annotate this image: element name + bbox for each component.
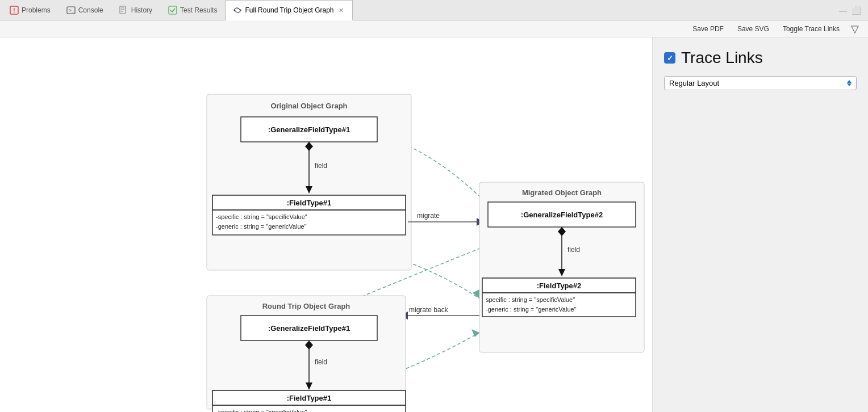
svg-text:specific : string = "specificV: specific : string = "specificValue"	[486, 296, 575, 303]
window-controls: — ⬜	[839, 0, 866, 20]
svg-text::FieldType#1: :FieldType#1	[287, 394, 332, 402]
tab-full-round-trip[interactable]: Full Round Trip Object Graph ✕	[226, 0, 352, 20]
svg-text:Migrated Object Graph: Migrated Object Graph	[522, 188, 602, 197]
tab-test-results[interactable]: Test Results	[161, 0, 224, 20]
svg-marker-10	[233, 9, 235, 11]
tab-full-round-trip-label: Full Round Trip Object Graph	[245, 6, 333, 14]
history-icon	[119, 6, 128, 15]
svg-text:-generic : string = "genericVa: -generic : string = "genericValue"	[486, 306, 577, 313]
problems-icon: !	[10, 6, 19, 15]
svg-text::GeneralizeFieldType#1: :GeneralizeFieldType#1	[268, 125, 350, 134]
maximize-button[interactable]: ⬜	[852, 6, 861, 15]
svg-text:migrate back: migrate back	[409, 306, 449, 314]
svg-text:Round Trip Object Graph: Round Trip Object Graph	[262, 302, 350, 310]
console-icon: >_	[66, 6, 76, 15]
save-pdf-button[interactable]: Save PDF	[690, 24, 726, 34]
trace-links-checkbox[interactable]: ✓	[664, 52, 675, 64]
arrow-down-icon	[847, 83, 852, 86]
svg-text::FieldType#2: :FieldType#2	[537, 281, 582, 290]
layout-select[interactable]: Regular Layout	[664, 76, 857, 90]
test-results-icon	[168, 6, 177, 15]
svg-text:>_: >_	[69, 8, 74, 13]
svg-text:-generic : string = "genericVa: -generic : string = "genericValue"	[216, 223, 307, 230]
tab-problems[interactable]: ! Problems	[2, 0, 58, 20]
svg-text:Original Object Graph: Original Object Graph	[270, 102, 347, 110]
tab-history[interactable]: History	[112, 0, 160, 20]
right-panel: ✓ Trace Links Regular Layout	[652, 37, 868, 412]
tab-close-button[interactable]: ✕	[337, 6, 345, 15]
graph-svg: Original Object Graph :GeneralizeFieldTy…	[0, 37, 652, 412]
full-round-trip-icon	[233, 6, 242, 15]
svg-text:field: field	[567, 246, 580, 254]
toolbar-dropdown-icon[interactable]: ▽	[851, 23, 859, 35]
svg-text:field: field	[315, 162, 327, 170]
trace-links-title: Trace Links	[681, 49, 763, 67]
tab-bar: ! Problems >_ Console History Test Resul…	[0, 0, 868, 20]
arrow-up-icon	[847, 80, 852, 83]
save-svg-button[interactable]: Save SVG	[735, 24, 771, 34]
minimize-button[interactable]: —	[839, 6, 847, 15]
svg-text:!: !	[13, 7, 15, 14]
svg-rect-8	[169, 6, 177, 14]
layout-select-arrows	[847, 80, 852, 86]
main-content: Original Object Graph :GeneralizeFieldTy…	[0, 37, 868, 412]
layout-select-label: Regular Layout	[669, 79, 719, 87]
svg-marker-12	[473, 289, 479, 299]
graph-area[interactable]: Original Object Graph :GeneralizeFieldTy…	[0, 37, 652, 412]
svg-text:migrate: migrate	[417, 212, 440, 220]
svg-text::FieldType#1: :FieldType#1	[287, 199, 332, 207]
svg-text::GeneralizeFieldType#2: :GeneralizeFieldType#2	[521, 211, 603, 219]
svg-text:-specific : string = "specific: -specific : string = "specificValue"	[216, 213, 307, 220]
tab-history-label: History	[131, 6, 152, 14]
tab-test-results-label: Test Results	[180, 6, 217, 14]
svg-text:field: field	[315, 358, 327, 366]
tab-console-label: Console	[78, 6, 103, 14]
svg-marker-9	[240, 9, 241, 11]
svg-text::GeneralizeFieldType#1: :GeneralizeFieldType#1	[268, 324, 350, 333]
toggle-trace-links-button[interactable]: Toggle Trace Links	[781, 24, 842, 34]
trace-links-header: ✓ Trace Links	[664, 49, 857, 67]
tab-problems-label: Problems	[22, 6, 51, 14]
tab-console[interactable]: >_ Console	[59, 0, 111, 20]
svg-text:-specific : string = "specific: -specific : string = "specificValue"	[216, 409, 307, 412]
toolbar: Save PDF Save SVG Toggle Trace Links ▽	[0, 20, 868, 37]
